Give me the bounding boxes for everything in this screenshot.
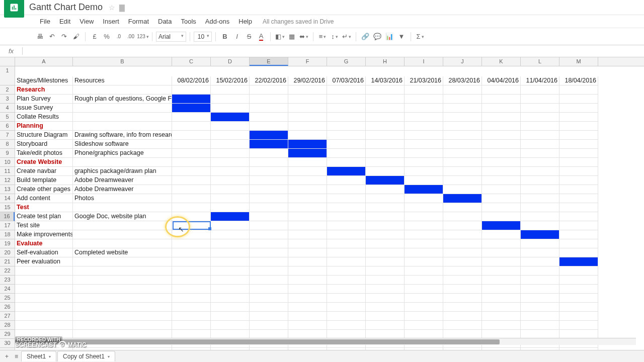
cell[interactable]: [250, 239, 288, 248]
cell[interactable]: [559, 212, 598, 221]
row-header-16[interactable]: 16: [0, 212, 15, 221]
cell[interactable]: [443, 185, 482, 194]
cell[interactable]: [73, 122, 172, 130]
cell[interactable]: [73, 321, 172, 329]
cell[interactable]: [443, 176, 482, 185]
cell[interactable]: [327, 158, 366, 166]
cell[interactable]: [172, 230, 211, 239]
cell[interactable]: Google Doc, website plan: [73, 212, 172, 221]
cell[interactable]: [405, 176, 443, 185]
cell[interactable]: [521, 194, 559, 203]
cell[interactable]: [211, 266, 250, 275]
select-all-corner[interactable]: [0, 57, 15, 66]
cell[interactable]: [172, 312, 211, 320]
cell[interactable]: [288, 176, 327, 185]
add-sheet-icon[interactable]: +: [2, 352, 12, 361]
cell[interactable]: [482, 131, 521, 139]
cell[interactable]: [73, 257, 172, 266]
cell[interactable]: [327, 285, 366, 293]
cell[interactable]: [288, 230, 327, 239]
row-header-1[interactable]: 1: [0, 66, 15, 85]
cell[interactable]: [521, 113, 559, 121]
cell[interactable]: [211, 294, 250, 302]
cell[interactable]: [405, 131, 443, 139]
menu-insert[interactable]: Insert: [98, 16, 124, 27]
cell[interactable]: [405, 221, 443, 230]
cell[interactable]: [405, 312, 443, 320]
cell[interactable]: [521, 276, 559, 284]
cell[interactable]: [250, 303, 288, 311]
cell[interactable]: [327, 330, 366, 338]
cell[interactable]: [327, 131, 366, 139]
cell[interactable]: [366, 303, 405, 311]
cell[interactable]: [327, 203, 366, 212]
cell[interactable]: [211, 285, 250, 293]
col-header-F[interactable]: F: [288, 57, 327, 66]
cell[interactable]: [172, 285, 211, 293]
cell[interactable]: [73, 104, 172, 112]
cell[interactable]: [288, 113, 327, 121]
cell[interactable]: [405, 185, 443, 194]
italic-icon[interactable]: I: [231, 31, 243, 42]
cell[interactable]: Add content: [15, 194, 73, 203]
cell[interactable]: [482, 276, 521, 284]
cell[interactable]: [405, 321, 443, 329]
cell[interactable]: [250, 294, 288, 302]
cell[interactable]: [288, 203, 327, 212]
cell[interactable]: [521, 212, 559, 221]
cell[interactable]: Plan Survey: [15, 95, 73, 103]
cell[interactable]: [327, 85, 366, 94]
cell[interactable]: [211, 95, 250, 103]
cell[interactable]: [250, 176, 288, 185]
cell[interactable]: [327, 185, 366, 194]
cell[interactable]: [559, 131, 598, 139]
cell[interactable]: 28/03/2016: [443, 76, 482, 85]
cell[interactable]: [211, 167, 250, 175]
cell[interactable]: [288, 303, 327, 311]
cell[interactable]: [443, 257, 482, 266]
cell[interactable]: [559, 122, 598, 130]
cell[interactable]: [521, 321, 559, 329]
cell[interactable]: [327, 140, 366, 148]
folder-icon[interactable]: ▇: [119, 4, 125, 12]
paint-format-icon[interactable]: 🖌: [70, 31, 82, 42]
cell[interactable]: [405, 113, 443, 121]
cell[interactable]: [366, 212, 405, 221]
row-header-8[interactable]: 8: [0, 140, 15, 149]
cell[interactable]: [366, 230, 405, 239]
percent-icon[interactable]: %: [101, 31, 112, 42]
cell[interactable]: [211, 176, 250, 185]
col-header-A[interactable]: A: [15, 57, 73, 66]
cell[interactable]: [211, 113, 250, 121]
cell[interactable]: 11/04/2016: [521, 76, 559, 85]
cell[interactable]: [559, 158, 598, 166]
cell[interactable]: [443, 95, 482, 103]
cell[interactable]: Research: [15, 85, 73, 94]
row-header-14[interactable]: 14: [0, 194, 15, 203]
row-header-29[interactable]: 29: [0, 330, 15, 339]
cell[interactable]: [250, 276, 288, 284]
cell[interactable]: [15, 330, 73, 338]
cell[interactable]: [73, 230, 172, 239]
cell[interactable]: [15, 294, 73, 302]
cell[interactable]: [366, 248, 405, 257]
cell[interactable]: [172, 239, 211, 248]
cell[interactable]: Adobe Dreamweaver: [73, 176, 172, 185]
col-header-J[interactable]: J: [443, 57, 482, 66]
cell[interactable]: [172, 248, 211, 257]
cell[interactable]: [15, 303, 73, 311]
cell[interactable]: [482, 266, 521, 275]
cell[interactable]: [521, 257, 559, 266]
menu-add-ons[interactable]: Add-ons: [201, 16, 234, 27]
cell[interactable]: [559, 276, 598, 284]
cell[interactable]: [211, 221, 250, 230]
cell[interactable]: [327, 194, 366, 203]
v-align-icon[interactable]: ↕▾: [329, 31, 340, 42]
cell[interactable]: [327, 149, 366, 157]
cell[interactable]: 14/03/2016: [366, 76, 405, 85]
menu-tools[interactable]: Tools: [176, 16, 200, 27]
cell[interactable]: [405, 294, 443, 302]
cell[interactable]: [288, 140, 327, 148]
row-header-24[interactable]: 24: [0, 285, 15, 294]
cell[interactable]: [521, 131, 559, 139]
